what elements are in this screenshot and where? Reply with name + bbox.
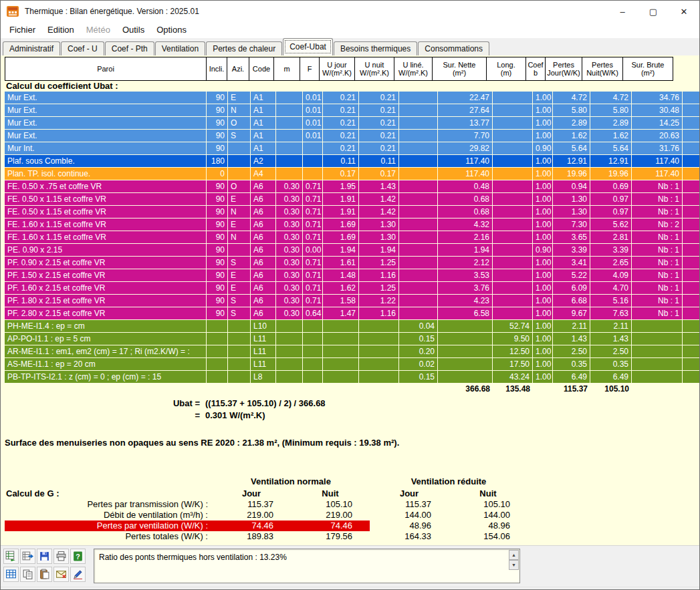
table-row[interactable]: PF. 1.50 x 2.15 et coffre VR90EA60.300.7… bbox=[5, 269, 699, 282]
table-row[interactable]: FE. 1.60 x 1.15 et coffre VR90EA60.300.7… bbox=[5, 218, 699, 231]
cell: 1.00 bbox=[533, 371, 553, 383]
pen-button[interactable] bbox=[70, 567, 86, 582]
cell: 1.16 bbox=[359, 307, 399, 319]
total-cell bbox=[533, 384, 553, 394]
g-data-row: Débit de ventilation (m³/h) :219.00219.0… bbox=[5, 510, 699, 521]
table-row[interactable]: Plan. TP. isol. continue.0A40.170.17117.… bbox=[5, 168, 699, 180]
cell: S bbox=[228, 307, 251, 319]
table-row[interactable]: Mur Ext.90SA10.010.210.217.701.001.621.6… bbox=[5, 130, 699, 142]
cell: 1.94 bbox=[359, 244, 399, 256]
maximize-button[interactable]: ▢ bbox=[638, 1, 669, 22]
tab-coef-ubat[interactable]: Coef-Ubat bbox=[283, 38, 333, 55]
cell: 0.71 bbox=[303, 282, 323, 294]
table-row[interactable]: PF. 1.80 x 2.15 et coffre VR90SA60.300.7… bbox=[5, 295, 699, 307]
help-icon: ? bbox=[72, 551, 84, 562]
app-icon bbox=[6, 5, 19, 18]
table-row[interactable]: FE. 0.50 x 1.15 et coffre VR90EA60.300.7… bbox=[5, 193, 699, 206]
tab-pertes-de-chaleur[interactable]: Pertes de chaleur bbox=[206, 41, 282, 55]
tab-besoins-thermiques[interactable]: Besoins thermiques bbox=[334, 41, 417, 55]
menu-edition[interactable]: Edition bbox=[41, 22, 80, 38]
help-button[interactable]: ? bbox=[70, 549, 86, 564]
cell: 22.47 bbox=[438, 92, 493, 104]
cell: Plaf. sous Comble. bbox=[5, 155, 207, 167]
mail-button[interactable] bbox=[53, 567, 69, 582]
cell: 90 bbox=[207, 193, 228, 205]
table-row[interactable]: PH-ME-I1.4 : ep = cmL100.0452.741.002.11… bbox=[5, 320, 699, 333]
tab-coef-pth[interactable]: Coef - Pth bbox=[105, 41, 154, 55]
table-row[interactable]: Mur Ext.90OA10.010.210.2113.771.002.892.… bbox=[5, 117, 699, 130]
cell: 1.42 bbox=[359, 206, 399, 218]
cell bbox=[493, 218, 533, 231]
scroll-up-button[interactable]: ▲ bbox=[509, 550, 519, 560]
table-row[interactable]: PE. 0.90 x 2.1590A60.300.001.941.941.940… bbox=[5, 244, 699, 257]
cell: 1.30 bbox=[359, 231, 399, 243]
tab-ventilation[interactable]: Ventilation bbox=[155, 41, 205, 55]
table-row[interactable]: Mur Ext.90EA10.010.210.2122.471.004.724.… bbox=[5, 92, 699, 104]
menu-outils[interactable]: Outils bbox=[116, 22, 150, 38]
table-row[interactable]: FE. 0.50 x 1.15 et coffre VR90NA60.300.7… bbox=[5, 206, 699, 218]
cell bbox=[493, 130, 533, 142]
column-header: Azi. bbox=[227, 57, 249, 81]
table-header-row: ParoiIncli.Azi.CodemFU jour W/(m².K)U nu… bbox=[5, 57, 699, 81]
total-cell bbox=[251, 384, 276, 394]
minimize-button[interactable]: – bbox=[607, 1, 638, 22]
column-header: Pertes Nuit(W/K) bbox=[582, 57, 623, 81]
scroll-down-button[interactable]: ▼ bbox=[509, 560, 519, 570]
table-row[interactable]: AR-ME-I1.1 : em1, em2 (cm) = 17 ; Ri (m2… bbox=[5, 345, 699, 358]
total-cell bbox=[228, 384, 251, 394]
grid-button[interactable] bbox=[3, 567, 19, 582]
table-row[interactable]: Plaf. sous Comble.180A20.110.11117.401.0… bbox=[5, 155, 699, 168]
table-row[interactable]: Mur Int.90A10.210.2129.820.905.645.6431.… bbox=[5, 142, 699, 155]
table-row[interactable]: Mur Ext.90NA10.010.210.2127.641.005.805.… bbox=[5, 104, 699, 117]
table-row[interactable]: PF. 2.80 x 2.15 et coffre VR90SA60.300.6… bbox=[5, 307, 699, 320]
cell bbox=[632, 371, 683, 383]
cell: 9.67 bbox=[553, 307, 590, 319]
copy-icon bbox=[22, 569, 33, 580]
table-row[interactable]: FE. 0.50 x .75 et coffre VR90OA60.300.71… bbox=[5, 180, 699, 193]
tab-consommations[interactable]: Consommations bbox=[418, 41, 489, 55]
menu-fichier[interactable]: Fichier bbox=[3, 22, 41, 38]
cell bbox=[303, 155, 323, 167]
cell: 0.71 bbox=[303, 206, 323, 218]
g-value: 48.96 bbox=[370, 521, 449, 531]
cell bbox=[493, 104, 533, 116]
toolbar-icon-grid: ? bbox=[3, 549, 87, 585]
cell: PB-TP-ITS-I2.1 : z (cm) = 0 ; ep (cm) = … bbox=[5, 371, 207, 383]
table-row[interactable]: PB-TP-ITS-I2.1 : z (cm) = 0 ; ep (cm) = … bbox=[5, 371, 699, 384]
cell: A1 bbox=[251, 92, 276, 104]
print-button[interactable] bbox=[53, 549, 69, 564]
paste-button[interactable] bbox=[37, 567, 52, 582]
g-data-row: Pertes par transmission (W/K) :115.37105… bbox=[5, 499, 699, 510]
cell bbox=[303, 371, 323, 383]
cell bbox=[493, 295, 533, 307]
cell bbox=[399, 307, 438, 319]
copy-button[interactable] bbox=[20, 567, 35, 582]
ratio-text: Ratio des ponts thermiques hors ventilat… bbox=[99, 553, 287, 562]
table-row[interactable]: AP-PO-I1.1 : ep = 5 cmL110.159.501.001.4… bbox=[5, 333, 699, 345]
cell: 0.97 bbox=[590, 193, 632, 205]
table-row[interactable]: PF. 0.90 x 2.15 et coffre VR90SA60.300.7… bbox=[5, 257, 699, 269]
tab-administratif[interactable]: Administratif bbox=[3, 41, 60, 55]
cell: 29.82 bbox=[438, 142, 493, 154]
clipped-bottom-row bbox=[1, 587, 699, 590]
cell bbox=[438, 371, 493, 383]
cell: 0.01 bbox=[303, 104, 323, 116]
cell bbox=[438, 345, 493, 357]
cell bbox=[493, 282, 533, 294]
cell: A6 bbox=[251, 282, 276, 294]
table-row[interactable]: AS-ME-I1.1 : ep = 20 cmL110.0217.501.000… bbox=[5, 358, 699, 371]
close-button[interactable]: ✕ bbox=[669, 1, 699, 22]
table-row[interactable]: PF. 1.60 x 2.15 et coffre VR90EA60.300.7… bbox=[5, 282, 699, 295]
cell: 1.00 bbox=[533, 358, 553, 370]
save-button[interactable] bbox=[37, 549, 52, 564]
ubat-table: ParoiIncli.Azi.CodemFU jour W/(m².K)U nu… bbox=[5, 57, 699, 394]
cell bbox=[276, 168, 303, 180]
cell: 117.40 bbox=[438, 168, 493, 180]
table-arrow-button[interactable] bbox=[20, 549, 35, 564]
menu-options[interactable]: Options bbox=[150, 22, 193, 38]
tab-coef-u[interactable]: Coef - U bbox=[61, 41, 104, 55]
export-table-button[interactable] bbox=[3, 549, 19, 564]
table-row[interactable]: FE. 1.60 x 1.15 et coffre VR90NA60.300.7… bbox=[5, 231, 699, 244]
cell bbox=[207, 371, 228, 383]
cell: Mur Ext. bbox=[5, 92, 207, 104]
